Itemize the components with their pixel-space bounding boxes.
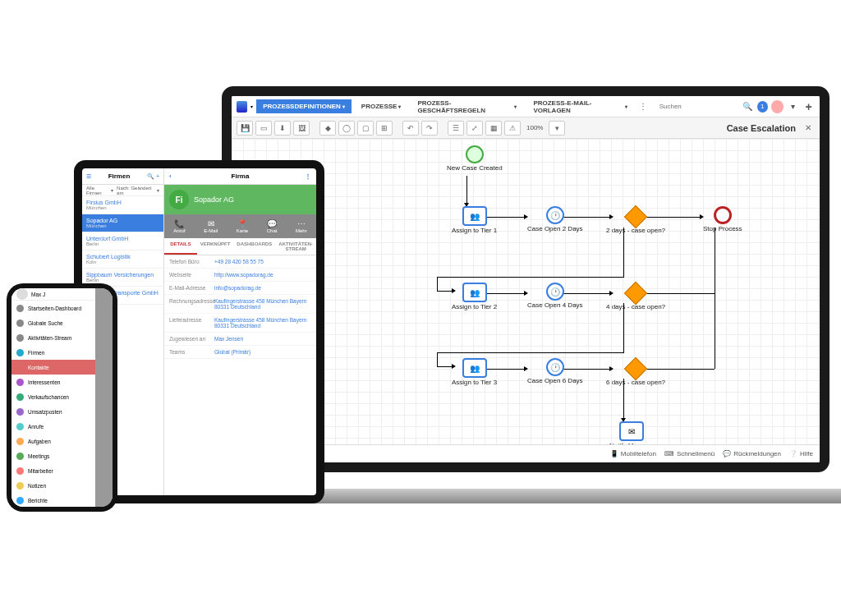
tool-open-icon[interactable]: ▭ [255, 121, 272, 136]
task-notify[interactable]: ✉ Notify Manager [609, 421, 654, 444]
company-avatar: Fi [169, 190, 189, 209]
tool-save-icon[interactable]: 💾 [237, 121, 253, 136]
footer-mobile[interactable]: 📱Mobiltelefon [610, 450, 656, 457]
close-icon[interactable]: ✕ [802, 123, 815, 132]
tool-task-icon[interactable]: ▢ [357, 121, 374, 136]
phone-menu-item[interactable]: Meetings [11, 448, 95, 463]
avatar-caret-icon[interactable]: ▾ [787, 100, 799, 113]
footer-help[interactable]: ❔Hilfe [789, 450, 813, 457]
firm-list-item[interactable]: Schubert LogistikKöln [82, 251, 163, 269]
menu-icon[interactable]: ☰ [86, 173, 91, 180]
phone-menu-item[interactable]: Aktivitäten-Stream [11, 330, 95, 345]
phone-menu-item[interactable]: Interessenten [11, 375, 95, 389]
quick-more[interactable]: ⋯Mehr [296, 219, 307, 233]
gateway-2days[interactable]: 2 days - case open? [606, 206, 665, 235]
tab-details[interactable]: DETAILS [164, 238, 197, 255]
field-row: E-Mail-Adresseinfo@sopadorag.de [164, 282, 316, 295]
nav-email-vorlagen[interactable]: PROZESS-E-MAIL-VORLAGEN ▾ [526, 96, 633, 117]
phone-menu-item[interactable]: Mitarbeiter [11, 463, 95, 478]
phone-menu-item[interactable]: Berichte [11, 493, 95, 507]
phone-menu-item[interactable]: Startseiten-Dashboard [11, 301, 95, 315]
nav-more-icon[interactable]: ⋮ [637, 100, 650, 113]
phone-menu-item[interactable]: Firmen [11, 345, 95, 360]
phone-screen: Max J Startseiten-DashboardGlobale Suche… [11, 288, 113, 507]
zoom-caret-icon[interactable]: ▾ [549, 121, 565, 136]
quick-call[interactable]: 📞Anruf [173, 219, 185, 233]
keyboard-icon: ⌨ [664, 450, 674, 457]
edge [466, 176, 467, 205]
more-icon[interactable]: ⋮ [305, 172, 311, 180]
phone-icon: 📱 [610, 450, 618, 457]
timer-4days[interactable]: 🕐 Case Open 4 Days [527, 283, 583, 310]
tab-linked[interactable]: VERKNÜPFT [197, 238, 234, 255]
nav-prozessdefinitionen[interactable]: PROZESSDEFINITIONEN ▾ [256, 99, 352, 113]
edge [437, 277, 438, 291]
firm-list-item[interactable]: Sopador AGMünchen [82, 214, 163, 232]
tool-event-icon[interactable]: ◯ [338, 121, 355, 136]
phone-menu-item[interactable]: Kontakte [11, 360, 95, 375]
edge [437, 277, 624, 278]
field-row: LieferadresseKaufingerstrasse 458 Münche… [164, 314, 316, 333]
nav-geschaeftsregeln[interactable]: PROZESS-GESCHÄFTSREGELN ▾ [411, 96, 523, 117]
gateway-6days[interactable]: 6 days - case open? [606, 358, 665, 387]
detail-header-bar: ‹ Firma ⋮ [164, 168, 316, 185]
start-event[interactable]: New Case Created [447, 145, 503, 172]
notification-badge[interactable]: 1 [757, 101, 768, 113]
edge [715, 228, 715, 293]
detail-tabs: DETAILS VERKNÜPFT DASHBOARDS AKTIVITÄTEN… [164, 238, 316, 255]
phone-nav-drawer: Max J Startseiten-DashboardGlobale Suche… [11, 288, 95, 507]
phone-menu-item[interactable]: Anrufe [11, 419, 95, 434]
tool-gateway-icon[interactable]: ◆ [319, 121, 336, 136]
search-icon[interactable]: 🔍 [742, 100, 754, 113]
tab-dashboards[interactable]: DASHBOARDS [233, 238, 275, 255]
footer-feedback[interactable]: 💬Rückmeldungen [723, 450, 781, 457]
tool-validate-icon[interactable]: ⚠ [504, 121, 521, 136]
company-name: Sopador AG [194, 195, 234, 204]
gateway-4days[interactable]: 4 days - case open? [606, 283, 665, 311]
edge [437, 352, 438, 366]
quick-action-bar: 📞Anruf ✉E-Mail 📍Karte 💬Chat ⋯Mehr [164, 214, 316, 238]
quick-chat[interactable]: 💬Chat [267, 219, 278, 233]
firm-list-item[interactable]: Unterdorf GmbHBerlin [82, 232, 163, 251]
task-tier3[interactable]: 👥 Assign to Tier 3 [452, 358, 497, 387]
firm-list-item[interactable]: Firsius GmbHMünchen [82, 196, 163, 214]
timer-6days[interactable]: 🕐 Case Open 6 Days [527, 358, 583, 385]
tool-grid-icon[interactable]: ▦ [485, 121, 502, 136]
phone-menu-item[interactable]: Globale Suche [11, 315, 95, 330]
phone-menu-item[interactable]: Umsatzposten [11, 404, 95, 419]
tool-undo-icon[interactable]: ↶ [402, 121, 419, 136]
phone-menu-item[interactable]: Notizen [11, 478, 95, 493]
quick-email[interactable]: ✉E-Mail [204, 219, 218, 233]
search-icon[interactable]: 🔍 [147, 173, 154, 179]
list-filter-bar[interactable]: Alle Firmen▾ Nach: Geändert am▾ [82, 185, 163, 196]
quick-map[interactable]: 📍Karte [237, 219, 248, 233]
field-row: RechnungsadresseKaufingerstrasse 458 Mün… [164, 295, 316, 314]
tab-stream[interactable]: AKTIVITÄTEN-STREAM [275, 238, 316, 255]
tool-columns-icon[interactable]: ☰ [448, 121, 464, 136]
end-event[interactable]: Stop Process [703, 206, 742, 233]
add-button[interactable]: + [802, 100, 815, 113]
tool-redo-icon[interactable]: ↷ [421, 121, 438, 136]
phone-dimmed-content[interactable] [95, 288, 113, 507]
back-icon[interactable]: ‹ [169, 172, 172, 180]
zoom-level: 100% [523, 124, 546, 131]
user-avatar[interactable] [771, 100, 784, 113]
add-icon[interactable]: + [156, 173, 159, 179]
phone-user-header[interactable]: Max J [11, 288, 95, 301]
phone-menu-item[interactable]: Aufgaben [11, 434, 95, 448]
tool-download-icon[interactable]: ⬇ [274, 121, 291, 136]
tool-expand-icon[interactable]: ⤢ [466, 121, 483, 136]
app-logo-icon[interactable] [237, 101, 247, 113]
process-title: Case Escalation [727, 123, 799, 133]
field-row: TeamsGlobal (Primär) [164, 346, 316, 359]
task-tier2[interactable]: 👥 Assign to Tier 2 [452, 283, 497, 311]
timer-2days[interactable]: 🕐 Case Open 2 Days [527, 206, 583, 233]
edge [623, 228, 624, 277]
phone-menu-item[interactable]: Verkaufschancen [11, 389, 95, 404]
task-tier1[interactable]: 👥 Assign to Tier 1 [452, 206, 497, 235]
nav-prozesse[interactable]: PROZESSE ▾ [355, 99, 408, 113]
tool-comment-icon[interactable]: ⊞ [376, 121, 393, 136]
footer-quick[interactable]: ⌨Schnellmenü [664, 450, 715, 457]
search-input[interactable] [656, 100, 738, 113]
tool-image-icon[interactable]: 🖼 [293, 121, 310, 136]
